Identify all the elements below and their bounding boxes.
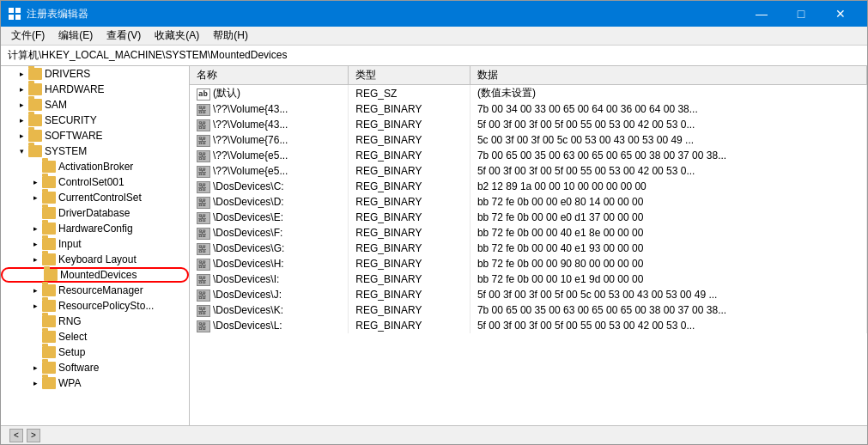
cell-name-text: \DosDevices\K: [213,304,283,316]
tree-panel[interactable]: ▸DRIVERS▸HARDWARE▸SAM▸SECURITY▸SOFTWARE▾… [1,66,190,425]
tree-arrow-mounteddevices [30,268,44,282]
cell-type: REG_BINARY [349,132,470,148]
table-row[interactable]: 噐\DosDevices\G:REG_BINARYbb 72 fe 0b 00 … [190,241,867,256]
cell-data: bb 72 fe 0b 00 00 90 80 00 00 00 00 [470,256,866,271]
table-row[interactable]: 噐\??\Volume{43...REG_BINARY7b 00 34 00 3… [190,101,867,117]
tree-item-drivers[interactable]: ▸DRIVERS [1,66,189,82]
table-row[interactable]: 噐\??\Volume{76...REG_BINARY5c 00 3f 00 3… [190,132,867,148]
reg-value-icon: 噐 [197,320,210,332]
cell-data: 7b 00 34 00 33 00 65 00 64 00 36 00 64 0… [470,101,866,117]
table-row[interactable]: 噐\??\Volume{43...REG_BINARY5f 00 3f 00 3… [190,117,867,132]
maximize-button[interactable]: □ [781,1,821,27]
cell-name: 噐\DosDevices\E: [190,210,349,225]
cell-type: REG_BINARY [349,302,470,318]
svg-rect-1 [15,8,21,13]
detail-panel[interactable]: 名称 类型 数据 ab(默认)REG_SZ(数值未设置)噐\??\Volume{… [190,66,867,425]
table-row[interactable]: 噐\??\Volume{e5...REG_BINARY5f 00 3f 00 3… [190,163,867,179]
tree-item-sam[interactable]: ▸SAM [1,97,189,113]
tree-label-system: SYSTEM [45,145,87,157]
tree-arrow-controlset001: ▸ [28,175,42,189]
cell-data: 7b 00 65 00 35 00 63 00 65 00 65 00 38 0… [470,148,866,163]
tree-item-activationbroker[interactable]: ActivationBroker [1,159,189,174]
cell-name-text: \DosDevices\G: [213,242,284,254]
tree-arrow-wpa: ▸ [28,376,42,390]
registry-table: 名称 类型 数据 ab(默认)REG_SZ(数值未设置)噐\??\Volume{… [190,66,867,333]
table-row[interactable]: 噐\??\Volume{e5...REG_BINARY7b 00 65 00 3… [190,148,867,163]
reg-value-icon: 噐 [197,290,210,302]
tree-arrow-resourcepolicystorage: ▸ [28,299,42,313]
svg-rect-0 [9,8,14,13]
tree-arrow-driverdatabase [28,206,42,220]
tree-item-hardware[interactable]: ▸HARDWARE [1,82,189,97]
tree-item-mounteddevices[interactable]: MountedDevices [1,267,189,283]
table-row[interactable]: 噐\DosDevices\C:REG_BINARYb2 12 89 1a 00 … [190,179,867,194]
cell-name-text: \DosDevices\C: [213,180,284,192]
tree-item-software[interactable]: ▸SOFTWARE [1,128,189,143]
tree-item-resourcemanager[interactable]: ▸ResourceManager [1,283,189,298]
cell-type: REG_BINARY [349,287,470,302]
table-row[interactable]: 噐\DosDevices\K:REG_BINARY7b 00 65 00 35 … [190,302,867,318]
tree-item-hardwareconfig[interactable]: ▸HardwareConfig [1,221,189,236]
tree-item-rng[interactable]: RNG [1,314,189,329]
title-bar: 注册表编辑器 — □ ✕ [1,1,867,27]
tree-label-sam: SAM [45,99,67,111]
cell-data: bb 72 fe 0b 00 00 40 e1 93 00 00 00 [470,241,866,256]
tree-item-keyboardlayout[interactable]: ▸Keyboard Layout [1,252,189,267]
cell-data: b2 12 89 1a 00 00 10 00 00 00 00 00 [470,179,866,194]
cell-name: 噐\??\Volume{43... [190,101,349,117]
tree-item-currentcontrolset[interactable]: ▸CurrentControlSet [1,190,189,205]
tree-item-input[interactable]: ▸Input [1,236,189,252]
table-row[interactable]: ab(默认)REG_SZ(数值未设置) [190,85,867,102]
close-button[interactable]: ✕ [821,1,860,27]
table-row[interactable]: 噐\DosDevices\E:REG_BINARYbb 72 fe 0b 00 … [190,210,867,225]
minimize-button[interactable]: — [742,1,781,27]
cell-name-text: \??\Volume{e5... [213,165,288,177]
tree-label-wpa: WPA [58,377,81,389]
cell-type: REG_BINARY [349,101,470,117]
folder-icon-drivers [28,68,42,80]
folder-icon-activationbroker [42,161,56,173]
menu-item-v[interactable]: 查看(V) [100,27,148,45]
reg-value-icon: 噐 [197,104,210,116]
cell-data: 5f 00 3f 00 3f 00 5f 00 55 00 53 00 42 0… [470,163,866,179]
cell-type: REG_BINARY [349,148,470,163]
tree-item-system[interactable]: ▾SYSTEM [1,143,189,159]
tree-item-wpa[interactable]: ▸WPA [1,375,189,391]
reg-value-icon: 噐 [197,166,210,178]
tree-item-softwaretree[interactable]: ▸Software [1,360,189,375]
tree-label-activationbroker: ActivationBroker [58,161,133,173]
menu-item-a[interactable]: 收藏夹(A) [148,27,206,45]
tree-item-controlset001[interactable]: ▸ControlSet001 [1,174,189,190]
tree-item-setup[interactable]: Setup [1,344,189,360]
window-title: 注册表编辑器 [27,7,742,21]
table-row[interactable]: 噐\DosDevices\I:REG_BINARYbb 72 fe 0b 00 … [190,271,867,287]
cell-type: REG_BINARY [349,225,470,241]
folder-icon-system [28,145,42,157]
nav-left-button[interactable]: < [9,429,23,442]
table-row[interactable]: 噐\DosDevices\L:REG_BINARY5f 00 3f 00 3f … [190,318,867,333]
menu-item-h[interactable]: 帮助(H) [206,27,255,45]
window-controls: — □ ✕ [742,1,860,27]
reg-value-icon: 噐 [197,197,210,209]
reg-value-icon: 噐 [197,305,210,317]
menu-item-f[interactable]: 文件(F) [4,27,52,45]
reg-value-icon: 噐 [197,150,210,162]
tree-arrow-system: ▾ [15,144,28,158]
table-row[interactable]: 噐\DosDevices\D:REG_BINARYbb 72 fe 0b 00 … [190,194,867,210]
table-row[interactable]: 噐\DosDevices\J:REG_BINARY5f 00 3f 00 3f … [190,287,867,302]
tree-item-resourcepolicystorage[interactable]: ▸ResourcePolicySto... [1,298,189,314]
cell-type: REG_BINARY [349,210,470,225]
menu-item-e[interactable]: 编辑(E) [52,27,100,45]
table-row[interactable]: 噐\DosDevices\F:REG_BINARYbb 72 fe 0b 00 … [190,225,867,241]
tree-item-select[interactable]: Select [1,329,189,344]
table-row[interactable]: 噐\DosDevices\H:REG_BINARYbb 72 fe 0b 00 … [190,256,867,271]
cell-data: 5f 00 3f 00 3f 00 5f 00 5c 00 53 00 43 0… [470,287,866,302]
nav-right-button[interactable]: > [27,429,40,442]
tree-item-driverdatabase[interactable]: DriverDatabase [1,205,189,221]
tree-item-security[interactable]: ▸SECURITY [1,113,189,128]
tree-arrow-sam: ▸ [15,98,28,112]
cell-data: 5f 00 3f 00 3f 00 5f 00 55 00 53 00 42 0… [470,117,866,132]
tree-arrow-select [28,330,42,344]
cell-type: REG_BINARY [349,194,470,210]
tree-label-setup: Setup [58,346,85,358]
